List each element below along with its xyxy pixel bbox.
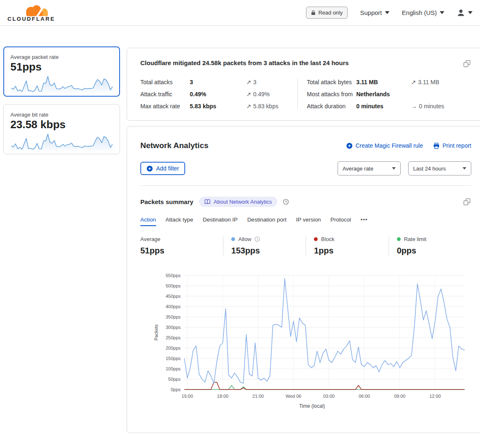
- stat-label: Max attack rate: [140, 103, 190, 110]
- chevron-down-icon: [440, 11, 444, 14]
- create-magic-firewall-rule-link[interactable]: Create Magic Firewall rule: [346, 142, 423, 149]
- y-tick-label: 200pps: [166, 346, 181, 351]
- trend-up-icon: ↗: [411, 79, 416, 85]
- stat-trend: ↗3.11 MB: [411, 79, 471, 85]
- tab-overflow-menu[interactable]: •••: [360, 217, 367, 226]
- stat-allow-label: Allow: [238, 236, 251, 242]
- y-tick-label: 300pps: [166, 325, 181, 330]
- metric-card-list: Average packet rate 51pps Average bit ra…: [3, 46, 120, 162]
- tab-ip-version[interactable]: IP version: [296, 217, 321, 226]
- tab-attack-type[interactable]: Attack type: [166, 217, 193, 226]
- stat-block: Block 1pps: [306, 236, 388, 256]
- account-menu[interactable]: [457, 9, 473, 17]
- sparkline-fill: [11, 134, 113, 151]
- read-only-label: Read only: [318, 10, 343, 16]
- time-range-select[interactable]: Last 24 hours: [408, 161, 471, 175]
- stat-label: Total attacks: [140, 79, 190, 85]
- read-only-badge: Read only: [306, 7, 348, 19]
- metric-card-packet-rate[interactable]: Average packet rate 51pps: [3, 46, 120, 97]
- cloudflare-logo[interactable]: CLOUDFLARE: [7, 3, 56, 22]
- x-tick-label: 12:00: [429, 394, 441, 399]
- chart-series-rate-limit: [184, 385, 465, 390]
- stat-rate-limit-value: 0pps: [397, 246, 471, 256]
- tab-action[interactable]: Action: [140, 217, 156, 226]
- plus-circle-icon: [346, 143, 353, 149]
- copy-icon: [463, 198, 470, 205]
- time-range-select-value: Last 24 hours: [413, 166, 446, 172]
- metric-card-value: 51pps: [10, 61, 113, 73]
- copy-summary-button[interactable]: [463, 59, 471, 68]
- y-tick-label: 250pps: [166, 335, 181, 340]
- y-tick-label: 350pps: [166, 314, 181, 319]
- allow-dot-icon: [231, 237, 235, 241]
- chart-series-allow: [184, 279, 465, 384]
- stat-rate-limit: Rate limit 0pps: [389, 236, 471, 256]
- chart-series-block: [184, 382, 465, 390]
- block-dot-icon: [314, 237, 318, 241]
- tab-protocol[interactable]: Protocol: [331, 217, 351, 226]
- y-tick-label: 500pps: [166, 283, 181, 288]
- language-menu[interactable]: English (US): [402, 9, 444, 16]
- top-header: CLOUDFLARE Read only Support English (US…: [0, 0, 480, 26]
- metric-card-title: Average packet rate: [10, 54, 113, 60]
- copy-packets-summary-button[interactable]: [463, 197, 471, 206]
- trend-right-icon: →: [411, 103, 417, 110]
- trend-up-icon: ↗: [246, 91, 251, 97]
- stat-trend: ↗5.83 kbps: [246, 103, 297, 110]
- x-tick-label: 06:00: [359, 394, 370, 399]
- y-tick-label: 400pps: [166, 304, 181, 309]
- lock-icon: [311, 10, 316, 15]
- stat-average-value: 51pps: [140, 246, 223, 256]
- language-label: English (US): [402, 9, 437, 16]
- stat-average-label: Average: [140, 236, 160, 242]
- info-icon[interactable]: [255, 236, 260, 242]
- y-axis-label: Packets: [154, 324, 159, 341]
- network-analytics-card: Network Analytics Create Magic Firewall …: [127, 126, 480, 433]
- y-tick-label: 450pps: [166, 294, 181, 299]
- stat-block-label: Block: [321, 236, 334, 242]
- packets-summary-tabs: Action Attack type Destination IP Destin…: [140, 217, 471, 226]
- x-tick-label: 09:00: [394, 394, 406, 399]
- packet-rate-sparkline: [10, 74, 113, 94]
- user-icon: [457, 9, 465, 17]
- mitigation-summary-card: Cloudflare mitigated 24.58k packets from…: [127, 48, 480, 121]
- stat-label: Total attack bytes: [307, 79, 356, 85]
- stat-allow-value: 153pps: [231, 246, 306, 256]
- chevron-down-icon: [463, 167, 466, 170]
- tab-destination-ip[interactable]: Destination IP: [203, 217, 238, 226]
- stat-block-value: 1pps: [314, 246, 388, 256]
- add-filter-button[interactable]: Add filter: [140, 162, 185, 175]
- book-icon: [204, 199, 211, 205]
- printer-icon: [433, 143, 440, 149]
- stat-value: 0.49%: [190, 91, 246, 97]
- print-report-link[interactable]: Print report: [433, 142, 471, 149]
- tab-destination-port[interactable]: Destination port: [247, 217, 287, 226]
- y-tick-label: 100pps: [166, 366, 181, 371]
- stat-value: 3: [190, 79, 246, 85]
- packets-summary-title: Packets summary: [140, 198, 193, 205]
- summary-title: Cloudflare mitigated 24.58k packets from…: [140, 59, 349, 66]
- metric-card-bit-rate[interactable]: Average bit rate 23.58 kbps: [3, 104, 120, 154]
- y-tick-label: 50pps: [168, 377, 181, 382]
- logo-wordmark: CLOUDFLARE: [7, 16, 56, 22]
- x-tick-label: 15:00: [181, 394, 193, 399]
- stat-allow: Allow 153pps: [223, 236, 306, 256]
- stat-rate-limit-label: Rate limit: [404, 236, 426, 242]
- stat-value: 0 minutes: [356, 103, 411, 110]
- stat-trend: →0 minutes: [411, 103, 471, 110]
- rate-limit-dot-icon: [397, 237, 401, 241]
- chevron-down-icon: [385, 11, 389, 14]
- support-menu[interactable]: Support: [360, 9, 389, 16]
- x-axis-label: Time (local): [299, 403, 325, 409]
- stat-trend: ↗0.49%: [246, 91, 297, 97]
- page-title: Network Analytics: [140, 141, 208, 150]
- packets-stats-row: Average 51pps Allow 153pps: [140, 236, 471, 256]
- bit-rate-sparkline: [10, 132, 113, 152]
- y-tick-label: 550pps: [166, 273, 181, 278]
- metric-select[interactable]: Average rate: [338, 161, 401, 175]
- time-range-clock-icon[interactable]: [283, 199, 289, 205]
- about-network-analytics-badge[interactable]: About Network Analytics: [199, 197, 277, 207]
- x-tick-label: 18:00: [217, 394, 229, 399]
- metric-select-value: Average rate: [343, 166, 373, 172]
- chevron-down-icon: [468, 11, 473, 14]
